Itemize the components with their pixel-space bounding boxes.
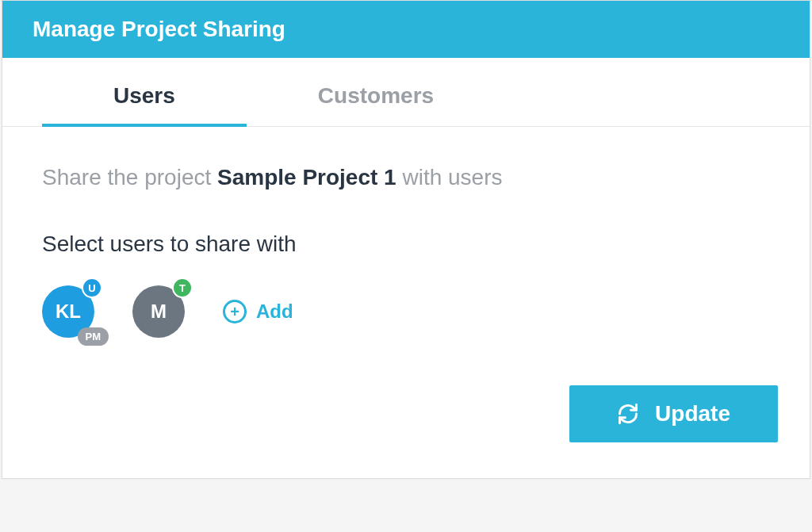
user-avatar-m[interactable]: M T	[132, 285, 185, 338]
content-area: Share the project Sample Project 1 with …	[2, 127, 810, 369]
share-description: Share the project Sample Project 1 with …	[42, 165, 770, 190]
avatar-initials: M	[151, 300, 167, 323]
tab-users[interactable]: Users	[42, 58, 247, 126]
plus-circle-icon: +	[223, 300, 247, 323]
share-prefix: Share the project	[42, 165, 217, 189]
share-suffix: with users	[396, 165, 503, 189]
select-users-label: Select users to share with	[42, 232, 770, 257]
modal-header: Manage Project Sharing	[2, 1, 810, 58]
user-avatar-kl[interactable]: KL U PM	[42, 285, 94, 338]
user-role-badge: U	[82, 277, 102, 298]
tabs-container: Users Customers	[2, 58, 810, 127]
modal-footer: Update	[2, 369, 810, 478]
add-user-button[interactable]: + Add	[223, 300, 293, 323]
avatar-initials: KL	[56, 300, 81, 323]
user-role-badge: T	[172, 277, 193, 298]
refresh-icon	[617, 403, 639, 425]
pm-badge: PM	[78, 327, 109, 346]
add-label: Add	[256, 300, 293, 323]
modal-title: Manage Project Sharing	[33, 17, 779, 42]
update-label: Update	[655, 401, 730, 427]
update-button[interactable]: Update	[569, 385, 778, 442]
project-name: Sample Project 1	[217, 165, 396, 189]
sharing-modal: Manage Project Sharing Users Customers S…	[2, 0, 810, 479]
selected-users-row: KL U PM M T + Add	[42, 285, 770, 338]
tab-customers[interactable]: Customers	[247, 58, 505, 126]
